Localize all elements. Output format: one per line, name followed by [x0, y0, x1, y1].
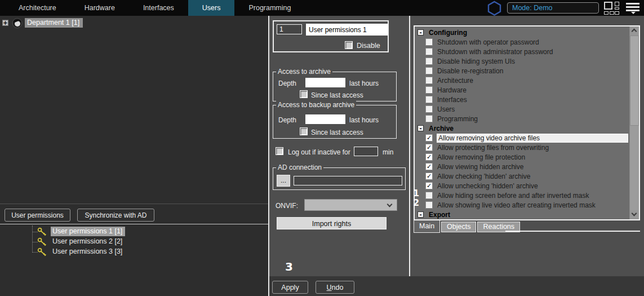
rights-item-label[interactable]: Disable re-registration	[437, 67, 503, 75]
rights-item-row[interactable]: Interfaces	[415, 95, 629, 104]
rights-item-row[interactable]: Shutdown with operator password	[415, 37, 629, 47]
user-permissions-button[interactable]: User permissions	[5, 209, 70, 222]
key-icon	[37, 248, 47, 258]
expand-plus-icon[interactable]: +	[2, 20, 8, 26]
list-item[interactable]: User permissions 3 [3]	[0, 247, 259, 257]
panel-splitter[interactable]	[409, 16, 410, 276]
rights-item-label[interactable]: Allow hiding screen before and after inv…	[437, 192, 589, 200]
rights-item-row[interactable]: ✓Allow unchecking 'hidden' archive	[415, 181, 629, 191]
tab-programming[interactable]: Programming	[234, 0, 305, 16]
tab-main[interactable]: Main	[414, 220, 440, 233]
rights-item-label[interactable]: Allow removing video archive files	[437, 134, 628, 142]
mode-field[interactable]: Mode: Demo	[507, 2, 599, 14]
backup-depth-input[interactable]	[305, 114, 345, 124]
checkbox-unchecked[interactable]	[425, 77, 433, 84]
tab-architecture[interactable]: Architecture	[5, 0, 70, 16]
rights-group-row[interactable]: -Configuring	[415, 28, 629, 37]
rights-item-label[interactable]: Disable hiding system UIs	[437, 58, 515, 65]
collapse-minus-icon[interactable]: -	[418, 125, 424, 131]
rights-item-row[interactable]: Architecture	[415, 76, 629, 85]
checkbox-checked[interactable]: ✓	[425, 182, 433, 189]
tab-hardware[interactable]: Hardware	[70, 0, 129, 16]
rights-item-row[interactable]: ✓Allow checking 'hidden' archive	[415, 171, 629, 181]
checkbox-checked[interactable]: ✓	[425, 173, 433, 180]
scroll-down-icon[interactable]	[630, 210, 639, 219]
rights-item-row[interactable]: Disable hiding system UIs	[415, 56, 629, 66]
tab-users[interactable]: Users	[188, 0, 235, 16]
rights-item-label[interactable]: Shutdown with administrator password	[437, 48, 553, 56]
rights-item-label[interactable]: Programming	[437, 115, 478, 123]
rights-item-label[interactable]: Allow viewing hidden archive	[437, 163, 523, 171]
list-item[interactable]: User permissions 1 [1]	[0, 227, 259, 237]
rights-item-row[interactable]: Disable re-registration	[415, 66, 629, 76]
list-item[interactable]: User permissions 2 [2]	[0, 237, 259, 247]
checkbox-unchecked[interactable]	[425, 201, 433, 209]
checkbox-checked[interactable]: ✓	[425, 134, 433, 142]
checkbox-unchecked[interactable]	[425, 192, 433, 199]
tree-item-label[interactable]: Department 1 [1]	[25, 18, 83, 28]
checkbox-unchecked[interactable]	[425, 38, 433, 46]
left-panel: + Department 1 [1] User permissions Sync…	[0, 16, 269, 296]
logout-inactive-checkbox[interactable]	[276, 147, 283, 155]
permission-item-label[interactable]: User permissions 2 [2]	[51, 237, 125, 246]
rights-item-row[interactable]: Shutdown with administrator password	[415, 47, 629, 56]
rights-item-row[interactable]: Allow showing live video after creating …	[415, 200, 629, 210]
rights-group-row[interactable]: -Archive	[415, 123, 629, 133]
id-input[interactable]	[277, 24, 302, 34]
checkbox-unchecked[interactable]	[425, 67, 433, 74]
ad-browse-button[interactable]: ...	[277, 175, 290, 187]
collapse-minus-icon[interactable]: -	[418, 29, 424, 36]
rights-item-row[interactable]: ✓Allow removing file protection	[415, 152, 629, 162]
scrollbar[interactable]	[629, 26, 639, 219]
rights-item-row[interactable]: Programming	[415, 114, 629, 123]
rights-item-row[interactable]: ✓Allow removing video archive files	[415, 133, 629, 143]
bottom-bar: Apply Undo	[269, 276, 644, 296]
checkbox-checked[interactable]: ✓	[425, 144, 433, 151]
undo-button[interactable]: Undo	[316, 281, 354, 294]
ad-connection-input[interactable]	[294, 176, 402, 185]
rights-item-label[interactable]: Interfaces	[437, 96, 467, 104]
rights-item-label[interactable]: Hardware	[437, 86, 467, 94]
checkbox-unchecked[interactable]	[425, 58, 433, 65]
checkbox-unchecked[interactable]	[425, 105, 433, 113]
since-last-access-checkbox[interactable]	[300, 127, 308, 135]
permission-item-label[interactable]: User permissions 3 [3]	[51, 247, 125, 257]
tab-interfaces[interactable]: Interfaces	[129, 0, 188, 16]
synchronize-ad-button[interactable]: Synchronize with AD	[77, 209, 154, 222]
rights-item-row[interactable]: ✓Allow protecting files from overwriting	[415, 143, 629, 152]
logout-minutes-input[interactable]	[354, 147, 378, 156]
checkbox-unchecked[interactable]	[425, 96, 433, 103]
rights-item-label[interactable]: Allow protecting files from overwriting	[437, 144, 549, 152]
checkbox-checked[interactable]: ✓	[425, 163, 433, 170]
layout-grid-icon[interactable]	[604, 2, 621, 15]
rights-item-label[interactable]: Allow checking 'hidden' archive	[437, 173, 530, 180]
collapse-minus-icon[interactable]: -	[418, 211, 424, 218]
checkbox-unchecked[interactable]	[425, 48, 433, 55]
rights-item-label[interactable]: Shutdown with operator password	[437, 38, 539, 46]
rights-item-row[interactable]: Users	[415, 104, 629, 114]
tab-objects[interactable]: Objects	[441, 222, 476, 232]
rights-item-label[interactable]: Users	[437, 105, 455, 113]
checkbox-checked[interactable]: ✓	[425, 153, 433, 161]
scrollbar-thumb[interactable]	[630, 36, 639, 126]
rights-item-label[interactable]: Allow removing file protection	[437, 153, 525, 161]
archive-depth-input[interactable]	[305, 78, 345, 87]
rights-item-label[interactable]: Architecture	[437, 77, 473, 85]
rights-group-row[interactable]: -Export	[415, 210, 629, 219]
rights-item-label[interactable]: Allow showing live video after creating …	[437, 201, 596, 209]
onvif-dropdown[interactable]	[304, 199, 397, 211]
scroll-up-icon[interactable]	[630, 26, 639, 36]
permission-item-label[interactable]: User permissions 1 [1]	[51, 227, 125, 236]
checkbox-unchecked[interactable]	[425, 115, 433, 122]
rights-item-row[interactable]: Hardware	[415, 85, 629, 95]
checkbox-unchecked[interactable]	[425, 86, 433, 94]
import-rights-button[interactable]: Import rights	[277, 217, 387, 229]
disable-checkbox[interactable]	[345, 41, 353, 49]
since-last-access-checkbox[interactable]	[300, 90, 308, 98]
rights-item-row[interactable]: Allow hiding screen before and after inv…	[415, 191, 629, 200]
rights-item-label[interactable]: Allow unchecking 'hidden' archive	[437, 182, 538, 190]
hamburger-menu-icon[interactable]	[626, 2, 639, 14]
rights-item-row[interactable]: ✓Allow viewing hidden archive	[415, 162, 629, 171]
apply-button[interactable]: Apply	[272, 281, 308, 294]
name-input[interactable]	[306, 24, 388, 36]
